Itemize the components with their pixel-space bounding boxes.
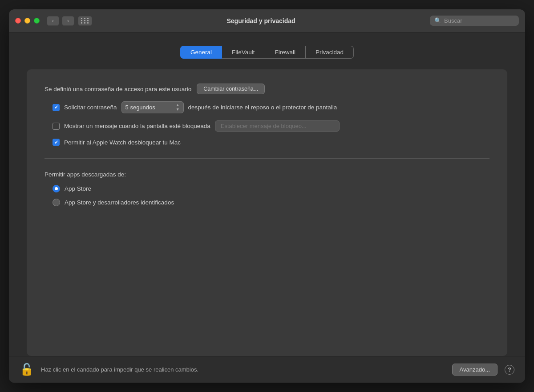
request-password-checkbox[interactable] [53, 104, 60, 111]
request-password-label: Solicitar contraseña [64, 104, 117, 111]
change-password-button[interactable]: Cambiar contraseña... [197, 84, 265, 94]
apple-watch-checkbox[interactable] [53, 139, 60, 146]
radio-appstore-row[interactable]: App Store [53, 185, 490, 192]
lock-message-input[interactable] [215, 120, 340, 132]
download-section: Permitir apps descargadas de: App Store … [44, 171, 490, 206]
section-divider [44, 158, 490, 159]
dropdown-value: 5 segundos [125, 104, 155, 111]
lock-icon[interactable]: 🔓 [20, 363, 34, 376]
tabs: General FileVault Firewall Privacidad [27, 46, 507, 59]
show-message-checkbox[interactable] [53, 123, 60, 130]
maximize-button[interactable] [34, 18, 40, 24]
help-button[interactable]: ? [505, 365, 514, 375]
tab-firewall[interactable]: Firewall [265, 46, 306, 59]
grid-icon [81, 18, 89, 24]
content-area: General FileVault Firewall Privacidad Se… [9, 32, 525, 356]
lock-text: Haz clic en el candado para impedir que … [41, 366, 445, 373]
radio-appstore-dev[interactable] [53, 199, 60, 206]
tab-filevault[interactable]: FileVault [222, 46, 265, 59]
tab-general[interactable]: General [180, 46, 222, 59]
password-label: Se definió una contraseña de acceso para… [44, 86, 191, 92]
radio-group: App Store App Store y desarrolladores id… [53, 185, 490, 206]
grid-button[interactable] [78, 16, 92, 26]
traffic-lights [15, 18, 40, 24]
close-button[interactable] [15, 18, 21, 24]
password-timeout-dropdown[interactable]: 5 segundos ▲ ▼ [121, 101, 184, 113]
radio-appstore-label: App Store [65, 185, 91, 192]
search-input[interactable] [444, 17, 514, 24]
advanced-button[interactable]: Avanzado... [452, 364, 498, 376]
forward-icon: › [67, 17, 69, 24]
request-password-row: Solicitar contraseña 5 segundos ▲ ▼ desp… [53, 101, 490, 113]
titlebar: ‹ › Seguridad y privacidad 🔍 [9, 9, 525, 32]
window-title: Seguridad y privacidad [92, 17, 430, 24]
show-message-row: Mostrar un mensaje cuando la pantalla es… [53, 120, 490, 132]
radio-appstore[interactable] [53, 185, 60, 192]
main-window: ‹ › Seguridad y privacidad 🔍 General Fil… [9, 9, 525, 383]
radio-appstore-dev-row[interactable]: App Store y desarrolladores identificado… [53, 199, 490, 206]
show-message-label: Mostrar un mensaje cuando la pantalla es… [64, 123, 210, 129]
back-button[interactable]: ‹ [47, 16, 59, 26]
password-section: Se definió una contraseña de acceso para… [44, 84, 490, 146]
bottombar: 🔓 Haz clic en el candado para impedir qu… [9, 356, 525, 383]
general-panel: Se definió una contraseña de acceso para… [27, 69, 507, 356]
apple-watch-label: Permitir al Apple Watch desbloquear tu M… [64, 139, 181, 146]
tab-privacidad[interactable]: Privacidad [306, 46, 354, 59]
apple-watch-row: Permitir al Apple Watch desbloquear tu M… [53, 139, 490, 146]
nav-buttons: ‹ › [47, 16, 74, 26]
search-icon: 🔍 [434, 17, 441, 24]
minimize-button[interactable] [24, 18, 30, 24]
password-row: Se definió una contraseña de acceso para… [44, 84, 490, 94]
radio-appstore-dev-label: App Store y desarrolladores identificado… [65, 199, 174, 206]
download-title: Permitir apps descargadas de: [44, 171, 490, 178]
search-bar[interactable]: 🔍 [430, 16, 519, 26]
dropdown-after-text: después de iniciarse el reposo o el prot… [188, 104, 337, 111]
dropdown-arrows-icon: ▲ ▼ [176, 103, 180, 112]
back-icon: ‹ [52, 17, 54, 24]
forward-button[interactable]: › [62, 16, 74, 26]
